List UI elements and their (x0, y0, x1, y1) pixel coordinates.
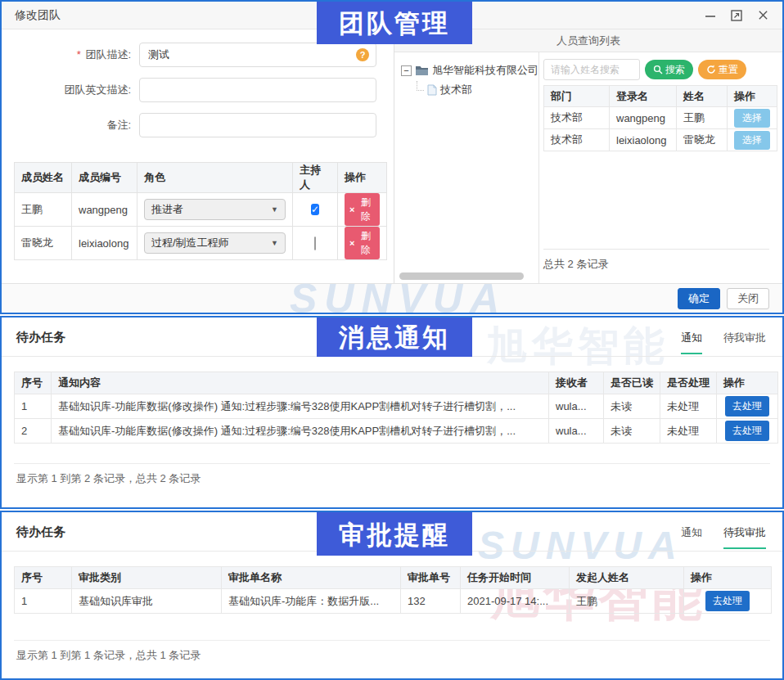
col-initiator: 发起人姓名 (570, 567, 684, 589)
host-checkbox[interactable] (314, 236, 316, 250)
ok-button[interactable]: 确定 (678, 288, 720, 309)
help-icon[interactable]: ? (356, 48, 369, 61)
col-host: 主持人 (293, 163, 338, 193)
search-button[interactable]: 搜索 (645, 60, 693, 79)
tab-bar: 通知 待我审批 (681, 525, 766, 549)
approval-category: 基础知识库审批 (72, 589, 222, 614)
dialog-footer: 确定 关闭 (2, 283, 782, 313)
document-icon (427, 84, 437, 96)
person-dept: 技术部 (544, 107, 610, 129)
col-login: 登录名 (610, 86, 677, 107)
delete-icon: × (349, 239, 354, 248)
tree-node-label: 旭华智能科技有限公司 (432, 63, 538, 78)
name-search-input[interactable] (543, 59, 640, 80)
col-read: 是否已读 (604, 372, 660, 394)
role-select[interactable]: 过程/制造工程师 ▼ (144, 232, 286, 254)
host-checkbox[interactable]: ✓ (311, 204, 319, 215)
tab-my-approvals[interactable]: 待我审批 (723, 331, 766, 354)
maximize-button[interactable] (730, 9, 743, 22)
approval-form-number: 132 (401, 589, 461, 614)
role-select[interactable]: 推进者 ▼ (144, 199, 286, 220)
person-query-content: 搜索 重置 部门 登录名 姓名 操作 (540, 52, 782, 283)
delete-icon: × (349, 205, 354, 214)
approval-no: 1 (15, 589, 72, 614)
member-row: 雷晓龙 leixiaolong 过程/制造工程师 ▼ ×删除 (15, 227, 387, 260)
person-name: 雷晓龙 (677, 129, 728, 151)
tab-notifications[interactable]: 通知 (681, 331, 702, 354)
person-total-records: 总共 2 条记录 (543, 257, 608, 272)
close-dialog-button[interactable]: 关闭 (727, 288, 769, 309)
member-code: leixiaolong (72, 227, 137, 260)
form-row-remark: 备注: (2, 113, 394, 137)
notice-handled-status: 未处理 (660, 394, 717, 419)
tree-collapse-icon[interactable]: − (401, 65, 412, 76)
watermark-xuhua: 旭华智能 (486, 319, 669, 374)
delete-member-button[interactable]: ×删除 (345, 193, 380, 226)
tree-horizontal-scrollbar[interactable] (399, 272, 524, 280)
notice-no: 1 (15, 394, 52, 419)
minimize-button[interactable] (704, 9, 717, 22)
col-category: 审批类别 (72, 567, 222, 589)
notice-content: 基础知识库-功能库数据(修改操作) 通知:过程步骤:编号328使用KAPP割槽机… (52, 419, 549, 444)
col-member-action: 操作 (338, 163, 387, 193)
modify-team-dialog: 修改团队 * 团队描述: ? (0, 0, 784, 314)
tree-node-company[interactable]: − 旭华智能科技有限公司 (394, 61, 538, 80)
department-tree: − 旭华智能科技有限公司 技术部 (394, 52, 539, 283)
person-row: 技术部 wangpeng 王鹏 选择 (544, 107, 777, 129)
divider (543, 249, 769, 250)
col-content: 通知内容 (52, 372, 549, 394)
notice-no: 2 (15, 419, 52, 444)
team-desc-en-input[interactable] (139, 78, 376, 102)
banner-approval-reminder: 审批提醒 (317, 512, 472, 556)
person-row: 技术部 leixiaolong 雷晓龙 选择 (544, 129, 777, 151)
member-code: wangpeng (72, 193, 137, 227)
col-member-code: 成员编号 (72, 163, 137, 193)
delete-member-button[interactable]: ×删除 (345, 227, 380, 259)
go-handle-button[interactable]: 去处理 (725, 421, 769, 441)
member-name: 雷晓龙 (15, 227, 72, 260)
approval-initiator: 王鹏 (570, 589, 684, 614)
notice-row: 1 基础知识库-功能库数据(修改操作) 通知:过程步骤:编号328使用KAPP割… (15, 394, 778, 419)
tab-bar: 通知 待我审批 (681, 331, 766, 354)
chevron-down-icon: ▼ (271, 239, 278, 247)
close-button[interactable] (756, 9, 769, 22)
select-person-button[interactable]: 选择 (734, 131, 770, 150)
member-row: 王鹏 wangpeng 推进者 ▼ ✓ ×删除 (15, 193, 387, 227)
pending-tasks-notice-panel: 旭华智能 待办任务 通知 待我审批 序号 通知内容 接收者 是否已读 是否处理 … (0, 316, 784, 509)
panel-title: 待办任务 (16, 525, 65, 540)
notice-row: 2 基础知识库-功能库数据(修改操作) 通知:过程步骤:编号328使用KAPP割… (15, 419, 778, 444)
col-no: 序号 (15, 567, 72, 589)
col-person-action: 操作 (728, 86, 777, 107)
col-member-name: 成员姓名 (15, 163, 72, 193)
banner-message-notification: 消息通知 (317, 317, 472, 357)
notice-read-status: 未读 (604, 419, 660, 444)
folder-icon (415, 65, 429, 76)
screen: 修改团队 * 团队描述: ? (0, 0, 784, 680)
approval-form-name: 基础知识库-功能库：数据升版... (222, 589, 401, 614)
col-no: 序号 (15, 372, 52, 394)
col-form-name: 审批单名称 (222, 567, 401, 589)
tab-my-approvals[interactable]: 待我审批 (723, 525, 766, 549)
remark-input[interactable] (139, 113, 376, 137)
pending-tasks-approval-panel: SUNVUA 旭华智能 待办任务 通知 待我审批 序号 审批类别 审批单名称 审… (0, 511, 784, 680)
go-handle-button[interactable]: 去处理 (725, 396, 769, 417)
notice-table-header-row: 序号 通知内容 接收者 是否已读 是否处理 操作 (15, 372, 778, 394)
tree-node-department[interactable]: 技术部 (394, 80, 538, 100)
notice-handled-status: 未处理 (660, 419, 717, 444)
notice-receiver: wula... (549, 394, 604, 419)
tab-notifications[interactable]: 通知 (681, 525, 702, 549)
refresh-icon (706, 65, 716, 74)
member-name: 王鹏 (15, 193, 72, 227)
person-dept: 技术部 (544, 129, 610, 151)
go-handle-button[interactable]: 去处理 (705, 591, 750, 611)
window-controls (704, 9, 769, 22)
pagination-summary: 显示第 1 到第 2 条记录，总共 2 条记录 (16, 471, 201, 486)
team-desc-input[interactable] (139, 43, 376, 67)
select-person-button[interactable]: 选择 (734, 109, 770, 128)
watermark-sunvua: SUNVUA (478, 523, 683, 568)
col-start-time: 任务开始时间 (461, 567, 570, 589)
required-asterisk: * (77, 48, 81, 61)
person-search-bar: 搜索 重置 (543, 59, 746, 80)
form-row-team-desc: * 团队描述: ? (2, 43, 394, 67)
reset-button[interactable]: 重置 (698, 60, 746, 79)
